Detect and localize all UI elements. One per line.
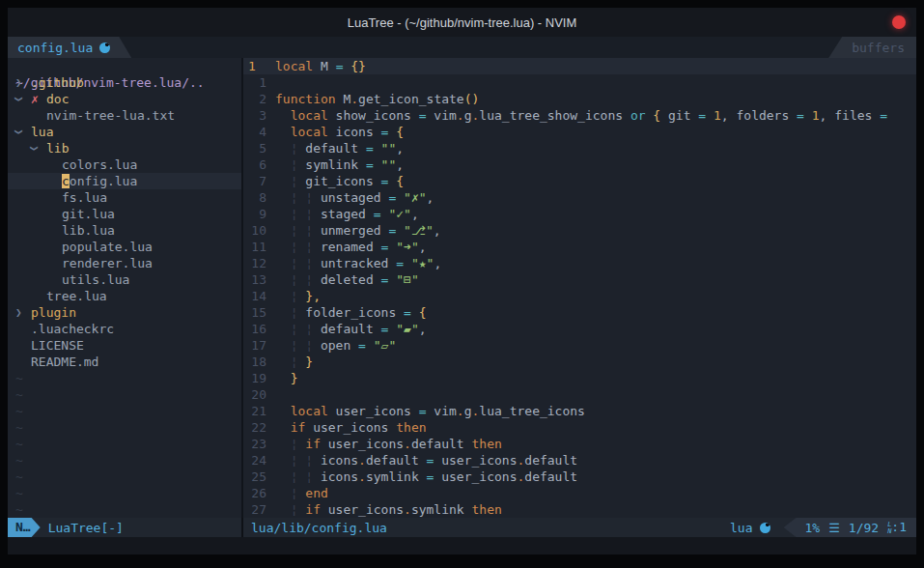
tree-row-lib[interactable]: ❯lib [8,140,241,156]
tree-item-label: nvim-tree-lua.txt [46,107,175,124]
current-line-number: 1 [243,58,275,74]
code-line[interactable]: 27 ¦ if user_icons.symlink then [243,501,916,518]
tree-row-license[interactable]: LICENSE [8,337,241,354]
tree-item-label: .luacheckrc [31,321,114,337]
tree-row-doc[interactable]: ❯✗doc [8,91,241,107]
relative-line-number: 22 [243,419,275,436]
relative-line-number: 17 [243,337,275,354]
tree-row-plugin[interactable]: ❯plugin [8,304,241,321]
relative-line-number: 4 [243,124,275,140]
relative-line-number: 19 [243,370,275,386]
code-line[interactable]: 7 ¦ git_icons = { [243,173,916,189]
close-icon[interactable] [892,15,906,29]
code-line[interactable]: 17 ¦ ¦ open = "▱" [243,337,916,354]
nvim-window: LuaTree - (~/github/nvim-tree.lua) - NVI… [0,0,924,568]
tree-row--luacheckrc[interactable]: .luacheckrc [8,321,241,337]
code-line[interactable]: 12 ¦ ¦ untracked = "★", [243,255,916,271]
code-text: ¦ } [275,354,916,370]
status-position-segment: 1% ☰ 1/92 LN:1 [784,518,917,537]
relative-line-number: 13 [243,271,275,288]
relative-line-number: 27 [243,501,275,518]
tree-item-label: .github [31,74,84,91]
code-text [275,386,916,403]
code-text: ¦ ¦ unmerged = "⎇", [275,222,916,239]
chevron-right-icon[interactable]: ❯ [15,304,22,321]
code-line[interactable]: 15 ¦ folder_icons = { [243,304,916,321]
code-line[interactable]: 10 ¦ ¦ unmerged = "⎇", [243,222,916,239]
code-line[interactable]: 3 local show_icons = vim.g.lua_tree_show… [243,107,916,124]
code-line[interactable]: 6 ¦ symlink = "", [243,156,916,173]
empty-line-tilde: ~ [8,419,241,436]
code-line[interactable]: 19 } [243,370,916,386]
tree-row-renderer-lua[interactable]: renderer.lua [8,255,241,271]
tree-row-lua[interactable]: ❯lua [8,124,241,140]
code-lines: 1local M = {}12function M.get_icon_state… [243,58,916,518]
tree-row-colors-lua[interactable]: colors.lua [8,156,241,173]
code-text: ¦ ¦ untracked = "★", [275,255,916,271]
code-text: ¦ ¦ icons.default = user_icons.default [275,452,916,469]
code-line[interactable]: 22 if user_icons then [243,419,916,436]
tabline-spacer [131,37,828,58]
tree-row-fs-lua[interactable]: fs.lua [8,189,241,206]
code-line[interactable]: 11 ¦ ¦ renamed = "➜", [243,239,916,255]
code-text: if user_icons then [275,419,916,436]
code-line[interactable]: 25 ¦ ¦ icons.symlink = user_icons.defaul… [243,469,916,485]
code-line[interactable]: 14 ¦ }, [243,288,916,304]
tree-root-path[interactable]: ~/github/nvim-tree.lua/.. [8,58,241,74]
code-line[interactable]: 20 [243,386,916,403]
code-text: local icons = { [275,124,916,140]
code-line[interactable]: 9 ¦ ¦ staged = "✓", [243,206,916,222]
window-titlebar: LuaTree - (~/github/nvim-tree.lua) - NVI… [8,8,916,37]
code-line[interactable]: 24 ¦ ¦ icons.default = user_icons.defaul… [243,452,916,469]
code-text: local user_icons = vim.g.lua_tree_icons [275,403,916,419]
tree-row-utils-lua[interactable]: utils.lua [8,271,241,288]
editor-pane[interactable]: 1local M = {}12function M.get_icon_state… [241,58,916,518]
empty-line-tilde: ~ [8,386,241,403]
code-line[interactable]: 23 ¦ if user_icons.default then [243,436,916,452]
code-line[interactable]: 8 ¦ ¦ unstaged = "✗", [243,189,916,206]
tree-item-label: plugin [31,304,76,321]
status-filetype: lua [730,521,770,535]
code-line[interactable]: 1local M = {} [243,58,916,74]
code-text: local M = {} [275,58,916,74]
window-title: LuaTree - (~/github/nvim-tree.lua) - NVI… [348,15,577,30]
relative-line-number: 6 [243,156,275,173]
relative-line-number: 18 [243,354,275,370]
code-text: ¦ end [275,485,916,501]
code-line[interactable]: 18 ¦ } [243,354,916,370]
code-line[interactable]: 1 [243,74,916,91]
tree-row-config-lua[interactable]: config.lua [8,173,241,189]
tab-config-lua[interactable]: config.lua [8,37,131,58]
code-line[interactable]: 26 ¦ end [243,485,916,501]
code-line[interactable]: 16 ¦ ¦ default = "▰", [243,321,916,337]
relative-line-number: 10 [243,222,275,239]
tree-row-lib-lua[interactable]: lib.lua [8,222,241,239]
chevron-down-icon[interactable]: ❯ [31,140,38,156]
code-line[interactable]: 21 local user_icons = vim.g.lua_tree_ico… [243,403,916,419]
buffers-section[interactable]: buffers [828,37,916,58]
code-text: ¦ if user_icons.default then [275,436,916,452]
code-line[interactable]: 13 ¦ ¦ deleted = "⊟" [243,271,916,288]
tree-row--github[interactable]: ❯.github [8,74,241,91]
tree-row-tree-lua[interactable]: tree.lua [8,288,241,304]
code-text: ¦ symlink = "", [275,156,916,173]
chevron-right-icon[interactable]: ❯ [15,74,22,91]
command-line[interactable] [8,537,916,554]
code-line[interactable]: 4 local icons = { [243,124,916,140]
tree-row-nvim-tree-lua-txt[interactable]: nvim-tree-lua.txt [8,107,241,124]
tree-row-git-lua[interactable]: git.lua [8,206,241,222]
lines-icon: ☰ [828,521,840,535]
chevron-down-icon[interactable]: ❯ [15,91,22,107]
tree-row-readme-md[interactable]: README.md [8,354,241,370]
tree-row-populate-lua[interactable]: populate.lua [8,239,241,255]
code-line[interactable]: 2function M.get_icon_state() [243,91,916,107]
main-area: ~/github/nvim-tree.lua/.. ❯.github❯✗docn… [8,58,916,518]
file-tree-pane[interactable]: ~/github/nvim-tree.lua/.. ❯.github❯✗docn… [8,58,241,518]
chevron-down-icon[interactable]: ❯ [15,124,22,140]
code-text: ¦ ¦ renamed = "➜", [275,239,916,255]
tab-label: config.lua [17,41,93,55]
code-line[interactable]: 5 ¦ default = "", [243,140,916,156]
tree-item-label: README.md [31,354,98,370]
empty-line-tilde: ~ [8,370,241,386]
code-text: ¦ default = "", [275,140,916,156]
